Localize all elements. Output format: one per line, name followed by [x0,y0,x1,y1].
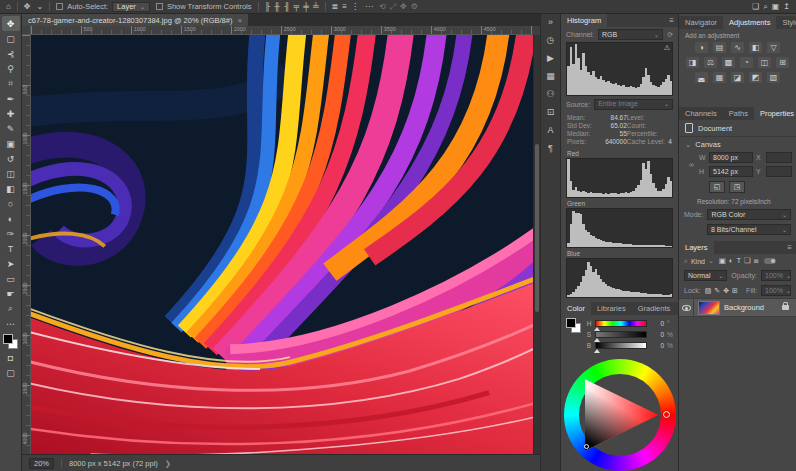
hue-slider[interactable] [595,320,647,327]
orient-landscape-icon[interactable]: ◱ [709,181,725,193]
canvas-section-header[interactable]: ⌄ Canvas [679,137,796,152]
character-panel-icon[interactable]: A [547,125,553,135]
tool-zoom[interactable]: ⌕ [2,301,20,316]
exposure-icon[interactable]: ◧ [749,42,762,53]
tab-paths[interactable]: Paths [723,107,754,120]
info-panel-icon[interactable]: ⊡ [547,107,555,117]
align-horizontal-centers-icon[interactable]: ╫ [274,0,280,13]
filter-toggle[interactable] [764,258,776,264]
photo-filter-icon[interactable]: ◔ [740,57,753,68]
tab-adjustments[interactable]: Adjustments [723,16,776,29]
brightness-contrast-icon[interactable]: ◑ [695,42,708,53]
color-marker[interactable] [584,444,589,449]
tab-color[interactable]: Color [561,302,591,315]
filter-type-layers-icon[interactable]: T [736,256,741,266]
channel-mixer-icon[interactable]: ◫ [758,57,771,68]
quick-mask-button[interactable]: ◘ [2,350,20,365]
tab-libraries[interactable]: Libraries [591,302,632,315]
tool-crop[interactable]: ⌗ [2,76,20,91]
tool-eyedropper[interactable]: ✒ [2,91,20,106]
refresh-icon[interactable]: ⟳ [667,31,673,39]
collapse-panels-icon[interactable]: » [548,17,553,27]
lock-transparent-icon[interactable]: ▨ [705,287,712,295]
orient-portrait-icon[interactable]: ◳ [729,181,745,193]
align-left-edges-icon[interactable]: ╟ [265,0,271,13]
tool-lasso[interactable]: ⊰ [2,46,20,61]
tab-styles[interactable]: Styles [776,16,796,29]
vertical-scrollbar[interactable] [533,35,540,454]
comments-icon[interactable]: ❏ [752,0,759,13]
close-icon[interactable]: × [237,16,242,25]
foreground-color-swatch[interactable] [566,318,576,328]
tool-hand[interactable]: ☛ [2,286,20,301]
screen-mode-button[interactable]: ▢ [2,365,20,380]
3d-orbit-icon[interactable]: ⟲ [379,0,386,13]
libraries-panel-icon[interactable]: ⚇ [546,89,554,99]
black-white-icon[interactable]: ▩ [722,57,735,68]
tool-shape[interactable]: ▭ [2,271,20,286]
tool-eraser[interactable]: ◫ [2,166,20,181]
align-bottom-edges-icon[interactable]: ╧ [313,0,319,13]
align-vertical-centers-icon[interactable]: ╪ [303,0,309,13]
3d-slide-icon[interactable]: ✥ [400,0,407,13]
hue-value[interactable]: 0 [650,320,664,327]
share-icon[interactable]: ↥ [783,0,790,13]
tool-brush[interactable]: ✎ [2,121,20,136]
foreground-color-swatch[interactable] [3,334,13,344]
hue-marker[interactable] [663,411,670,418]
mode-dropdown[interactable]: RGB Color⌄ [707,209,791,220]
align-top-edges-icon[interactable]: ╤ [294,0,300,13]
layer-visibility-toggle[interactable] [679,299,694,316]
3d-pan-icon[interactable]: ⤢ [390,0,396,13]
tool-spot-healing[interactable]: ✚ [2,106,20,121]
width-field[interactable]: 8000 px [709,152,753,163]
channel-dropdown[interactable]: RGB⌄ [598,29,663,40]
color-wheel[interactable] [564,359,676,471]
x-field[interactable] [766,152,792,163]
3d-settings-icon[interactable]: ⚙ [411,0,418,13]
canvas-artwork[interactable] [31,35,533,454]
levels-icon[interactable]: ▤ [713,42,726,53]
tool-marquee[interactable]: ▢ [2,31,20,46]
filter-pixel-layers-icon[interactable]: ▣ [719,256,726,266]
filter-shape-layers-icon[interactable]: ❏ [744,256,751,266]
hue-saturation-icon[interactable]: ◨ [686,57,699,68]
link-icon[interactable]: ∞ [689,161,696,168]
tab-channels[interactable]: Channels [679,107,723,120]
history-panel-icon[interactable]: ◷ [547,35,555,45]
tool-dodge[interactable]: ◐ [2,211,20,226]
layer-thumbnail[interactable] [698,301,720,315]
layer-filter-dropdown[interactable]: Kind [691,258,705,265]
curves-icon[interactable]: ∿ [731,42,744,53]
brightness-slider[interactable] [595,342,647,349]
tab-properties[interactable]: Properties [754,107,796,120]
status-menu-chevron-icon[interactable]: ❯ [165,459,171,468]
tab-navigator[interactable]: Navigator [679,16,723,29]
tool-pen[interactable]: ✑ [2,226,20,241]
tool-blur[interactable]: ○ [2,196,20,211]
bit-depth-dropdown[interactable]: 8 Bits/Channel⌄ [707,224,791,235]
distribute-horizontal-icon[interactable]: ≣ [332,0,339,13]
move-tool-icon[interactable]: ✥ [24,0,31,13]
tool-presets-panel-icon[interactable]: ▦ [546,71,555,81]
distribute-spacing-icon[interactable]: ⋮ [351,0,359,13]
auto-select-target-dropdown[interactable]: Layer⌄ [112,2,150,12]
tool-history-brush[interactable]: ↺ [2,151,20,166]
color-lookup-icon[interactable]: ⊞ [776,57,789,68]
scrollbar-thumb[interactable] [535,144,539,312]
color-swatches[interactable] [566,318,584,336]
gradient-map-icon[interactable]: ▧ [767,72,780,83]
lock-position-icon[interactable]: ✥ [723,287,729,295]
vibrance-icon[interactable]: ▽ [767,42,780,53]
fill-field[interactable]: 100%⌄ [761,285,791,296]
ruler-top[interactable]: 500100015002000250030003500400045005000 [31,26,533,35]
source-dropdown[interactable]: Entire Image⌄ [594,99,673,110]
zoom-level-field[interactable]: 20% [29,458,54,469]
saturation-slider[interactable] [595,331,647,338]
tool-path-select[interactable]: ➤ [2,256,20,271]
threshold-icon[interactable]: ◪ [731,72,744,83]
panel-menu-icon[interactable]: ≡ [665,14,678,27]
search-icon[interactable]: ⌕ [763,0,767,13]
tab-histogram[interactable]: Histogram [561,14,607,27]
tool-gradient[interactable]: ◧ [2,181,20,196]
